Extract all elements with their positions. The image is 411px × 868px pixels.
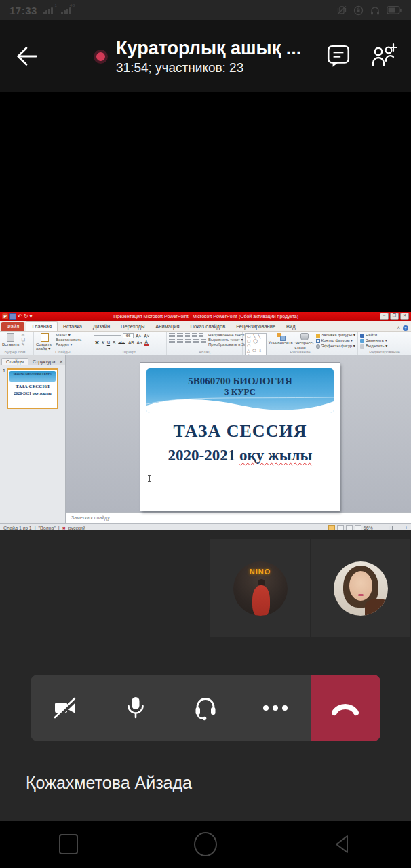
phone-status-bar: 17:33 1 4G xyxy=(0,0,411,20)
find-button[interactable]: Найти xyxy=(360,333,387,338)
shrink-font-icon[interactable]: А˅ xyxy=(143,334,150,338)
zoom-in-button[interactable]: + xyxy=(405,526,408,530)
camera-toggle-button[interactable] xyxy=(31,675,100,741)
participant-avatar xyxy=(334,561,388,616)
recording-indicator-icon xyxy=(94,50,108,64)
phone-screen: 17:33 1 4G xyxy=(0,0,411,868)
slides-panel: Слайды Структура ✕ 1 5В060700 БИОЛОГИЯ 3… xyxy=(0,355,66,523)
tab-view[interactable]: Вид xyxy=(281,322,301,331)
tab-insert[interactable]: Вставка xyxy=(58,322,87,331)
replace-button[interactable]: Заменить ▾ xyxy=(360,338,387,343)
audio-device-button[interactable] xyxy=(170,675,240,741)
ppt-window-title: Презентация Microsoft PowerPoint - Micro… xyxy=(32,314,380,319)
microphone-icon xyxy=(124,695,147,721)
meeting-duration-participants: 31:54; участников: 23 xyxy=(116,60,301,75)
tab-design[interactable]: Дизайн xyxy=(87,322,115,331)
slide-header-shape[interactable]: 5В060700 БИОЛОГИЯ 3 КУРС xyxy=(146,368,334,413)
columns-icon[interactable] xyxy=(201,339,206,344)
slide-editing-area[interactable]: 5В060700 БИОЛОГИЯ 3 КУРС ТАЗА СЕССИЯ 202… xyxy=(66,355,411,512)
recents-button-icon[interactable] xyxy=(59,834,78,854)
layout-button[interactable]: Макет ▾ xyxy=(56,333,81,337)
participant-tile[interactable] xyxy=(311,539,410,637)
bullets-icon[interactable] xyxy=(169,333,175,338)
back-button-icon[interactable] xyxy=(331,833,354,856)
indent-decrease-icon[interactable] xyxy=(185,333,190,338)
participant-tile[interactable]: NINO xyxy=(210,539,310,637)
back-button[interactable] xyxy=(14,43,41,70)
microphone-toggle-button[interactable] xyxy=(100,675,170,741)
change-case-button[interactable]: Аа xyxy=(136,340,143,345)
more-options-button[interactable] xyxy=(241,675,311,741)
slide-thumbnail[interactable]: 5В060700 БИОЛОГИЯ 3 КУРС ТАЗА СЕССИЯ 202… xyxy=(7,368,58,409)
arrange-icon xyxy=(277,333,284,340)
undo-icon[interactable]: ↶ xyxy=(18,314,22,319)
panel-tab-slides[interactable]: Слайды xyxy=(1,358,28,365)
font-size-combobox[interactable]: 66 xyxy=(123,333,134,338)
italic-button[interactable]: К xyxy=(101,340,105,345)
paste-button[interactable]: Вставить xyxy=(2,333,19,347)
align-right-icon[interactable] xyxy=(185,339,191,344)
tab-file[interactable]: Файл xyxy=(1,322,24,331)
tab-transitions[interactable]: Переходы xyxy=(115,322,150,331)
align-left-icon[interactable] xyxy=(169,339,175,344)
copy-icon[interactable]: ❏ xyxy=(21,338,24,342)
shape-effects-button[interactable]: Эффекты фигур ▾ xyxy=(316,344,356,349)
ribbon-collapse-icon[interactable]: ˄ xyxy=(397,325,400,331)
char-spacing-button[interactable]: АВ xyxy=(128,340,135,345)
shadow-button[interactable]: S xyxy=(112,340,116,345)
font-name-combobox[interactable] xyxy=(94,335,121,336)
camera-off-icon xyxy=(52,696,80,719)
help-icon[interactable]: ? xyxy=(403,326,408,331)
arrange-button[interactable]: Упорядочить xyxy=(269,333,293,344)
format-painter-icon[interactable]: ✎ xyxy=(21,342,24,347)
shape-outline-icon xyxy=(316,339,320,343)
shape-outline-button[interactable]: Контур фигуры ▾ xyxy=(316,338,356,343)
strikethrough-button[interactable]: abc xyxy=(117,340,125,345)
signal-sim2-icon: 4G xyxy=(61,6,71,14)
minimize-button[interactable]: – xyxy=(380,313,389,320)
justify-icon[interactable] xyxy=(193,339,199,344)
tab-animations[interactable]: Анимация xyxy=(150,322,184,331)
zoom-slider[interactable] xyxy=(380,528,403,528)
grow-font-icon[interactable]: А˄ xyxy=(135,334,142,338)
bold-button[interactable]: Ж xyxy=(94,340,100,345)
tab-slideshow[interactable]: Показ слайдов xyxy=(185,322,231,331)
section-button[interactable]: Раздел ▾ xyxy=(56,342,81,347)
redo-icon[interactable]: ↻ xyxy=(24,314,28,319)
data-saver-icon xyxy=(353,5,364,16)
tab-home[interactable]: Главная xyxy=(26,321,58,331)
shared-screen-powerpoint: P ↶ ↻ ▾ Презентация Microsoft PowerPoint… xyxy=(0,312,411,530)
slide-canvas[interactable]: 5В060700 БИОЛОГИЯ 3 КУРС ТАЗА СЕССИЯ 202… xyxy=(140,363,340,511)
panel-close-icon[interactable]: ✕ xyxy=(59,359,64,365)
chat-icon[interactable] xyxy=(326,43,351,69)
android-nav-bar xyxy=(0,821,411,868)
slide-subtitle-text[interactable]: 2020-2021 оқу жылы xyxy=(140,447,340,465)
close-button[interactable]: ✕ xyxy=(400,313,409,320)
hang-up-button[interactable] xyxy=(311,675,380,741)
select-button[interactable]: Выделить ▾ xyxy=(360,344,387,349)
line-spacing-icon[interactable] xyxy=(199,333,203,338)
language-indicator[interactable]: русский xyxy=(68,526,85,530)
shape-fill-button[interactable]: Заливка фигуры ▾ xyxy=(316,333,356,338)
new-slide-button[interactable]: Создать слайд ▾ xyxy=(36,333,54,351)
spellcheck-icon[interactable]: ✖ xyxy=(62,526,66,530)
panel-tab-outline[interactable]: Структура xyxy=(28,359,59,365)
notes-pane[interactable]: Заметки к слайду xyxy=(66,512,411,523)
quick-styles-button[interactable]: Экспресс-стили xyxy=(295,333,314,349)
add-participant-icon[interactable] xyxy=(369,43,397,70)
font-color-button[interactable]: А xyxy=(144,340,149,346)
tab-review[interactable]: Рецензирование xyxy=(231,322,281,331)
slide-course-year: 3 КУРС xyxy=(146,387,334,397)
shape-effects-icon xyxy=(316,344,320,349)
restore-button[interactable]: ❐ xyxy=(390,313,399,320)
zoom-out-button[interactable]: − xyxy=(375,526,378,530)
underline-button[interactable]: Ч xyxy=(106,340,111,345)
indent-increase-icon[interactable] xyxy=(192,333,197,338)
reset-button[interactable]: Восстановить xyxy=(56,338,81,342)
cut-icon[interactable]: ✂ xyxy=(21,333,24,337)
slide-title-text[interactable]: ТАЗА СЕССИЯ xyxy=(140,421,340,441)
save-icon[interactable] xyxy=(9,313,16,320)
align-center-icon[interactable] xyxy=(177,339,183,344)
home-button-icon[interactable] xyxy=(194,832,217,856)
numbering-icon[interactable] xyxy=(177,333,183,338)
